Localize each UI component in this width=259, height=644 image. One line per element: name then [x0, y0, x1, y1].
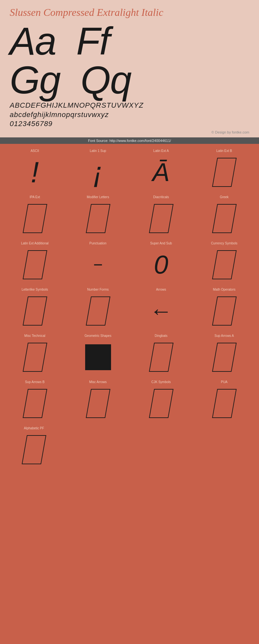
- label-misctech: Misc Technical: [4, 334, 66, 338]
- label-greek: Greek: [194, 195, 255, 199]
- grid-row-6: Sup Arrows B Misc Arrows CJK Symbols PUA: [3, 378, 256, 424]
- digits: 0123456789: [10, 119, 249, 129]
- shape-parallelogram: [23, 389, 47, 418]
- glyph-superandsub: 0: [130, 247, 192, 283]
- glyph-showcase-row1: Aa Ff Gg Qq a: [10, 22, 249, 99]
- label-mathops: Math Operators: [194, 288, 255, 291]
- grid-cell-suparrowsa: Sup Arrows A: [194, 332, 255, 378]
- label-miscarrows: Misc Arrows: [67, 380, 129, 384]
- glyph-dingbats: [130, 339, 192, 375]
- glyph-col-left: Aa Ff Gg Qq: [10, 22, 131, 99]
- label-cjksymbols: CJK Symbols: [130, 380, 192, 384]
- glyph-cjksymbols: [130, 386, 192, 421]
- glyph-latinextadd: [4, 247, 66, 283]
- grid-cell-greek: Greek: [194, 193, 255, 240]
- grid-cell-suparrowsb: Sup Arrows B: [4, 378, 66, 424]
- glyph-geoshapes: [67, 339, 129, 375]
- grid-cell-modletters: Modifier Letters: [67, 193, 129, 240]
- grid-cell-arrows: Arrows ←: [130, 286, 192, 332]
- glyph-diacriticals: [130, 201, 192, 236]
- glyph-gg: Gg Qq: [10, 60, 131, 99]
- glyph-alphabeticpf: [3, 432, 65, 467]
- grid-cell-punctuation: Punctuation −: [67, 240, 129, 286]
- grid-cell-misctech: Misc Technical: [4, 332, 66, 378]
- grid-cell-dingbats: Dingbats: [130, 332, 192, 378]
- glyph-left-arrow: ←: [150, 300, 173, 322]
- label-ipaext: IPA Ext: [4, 195, 66, 199]
- glyph-zero: 0: [154, 252, 168, 278]
- shape-parallelogram: [23, 250, 47, 279]
- shape-parallelogram: [86, 296, 110, 326]
- shape-parallelogram: [212, 389, 237, 418]
- grid-cell-diacriticals: Diacriticals: [130, 193, 192, 240]
- grid-cell-currency: Currency Symbols: [194, 240, 255, 286]
- label-arrows: Arrows: [130, 288, 192, 291]
- grid-cell-superandsub: Super And Sub 0: [130, 240, 192, 286]
- grid-cell-latinextb: Latin Ext B: [194, 147, 255, 193]
- grid-cell-letterlike: Letterlike Symbols: [4, 286, 66, 332]
- shape-parallelogram: [149, 389, 174, 418]
- header-section: Slussen Compressed Extralight Italic Aa …: [0, 0, 259, 137]
- label-letterlike: Letterlike Symbols: [4, 288, 66, 291]
- alphabet-lower: abcdefghijklmnopqrstuvwxyz: [10, 110, 249, 120]
- label-currency: Currency Symbols: [194, 242, 255, 245]
- glyph-latinextb: [194, 155, 255, 190]
- label-superandsub: Super And Sub: [130, 242, 192, 245]
- glyph-exclamation: !: [31, 158, 39, 187]
- alphabet-section: ABCDEFGHIJKLMNOPQRSTUVWXYZ abcdefghijklm…: [10, 101, 249, 129]
- shape-parallelogram: [86, 204, 110, 233]
- shape-parallelogram: [149, 343, 174, 372]
- label-latinextb: Latin Ext B: [194, 149, 255, 153]
- grid-row-5: Misc Technical Geometric Shapes Dingbats…: [3, 332, 256, 378]
- font-title: Slussen Compressed Extralight Italic: [10, 6, 249, 18]
- glyph-miscarrows: [67, 386, 129, 421]
- grid-row-1: ASCII ! Latin 1 Sup ¡ Latin Ext A Ā Lati…: [3, 147, 256, 193]
- label-latinextadd: Latin Ext Additional: [4, 242, 66, 245]
- glyph-pua: [194, 386, 255, 421]
- label-numberforms: Number Forms: [67, 288, 129, 291]
- source-bar: Font Source: http://www.fontke.com/font/…: [0, 137, 259, 144]
- label-latin1sup: Latin 1 Sup: [67, 149, 129, 153]
- shape-parallelogram: [212, 158, 237, 187]
- shape-parallelogram: [23, 343, 47, 372]
- shape-parallelogram: [212, 296, 237, 326]
- shape-parallelogram: [212, 250, 237, 279]
- glyph-arrows: ←: [130, 293, 192, 329]
- glyph-a-white: a: [214, 35, 243, 86]
- glyph-punctuation: −: [67, 247, 129, 283]
- glyph-inv-exclaim: ¡: [93, 158, 103, 187]
- grid-cell-ascii: ASCII !: [4, 147, 66, 193]
- grid-cell-latin1sup: Latin 1 Sup ¡: [67, 147, 129, 193]
- grid-cell-numberforms: Number Forms: [67, 286, 129, 332]
- label-suparrowsb: Sup Arrows B: [4, 380, 66, 384]
- label-punctuation: Punctuation: [67, 242, 129, 245]
- shape-parallelogram: [212, 343, 237, 372]
- grid-cell-geoshapes: Geometric Shapes: [67, 332, 129, 378]
- label-dingbats: Dingbats: [130, 334, 192, 338]
- grid-cell-alphabeticpf: Alphabetic PF: [3, 424, 65, 471]
- glyph-grid: ASCII ! Latin 1 Sup ¡ Latin Ext A Ā Lati…: [0, 144, 259, 474]
- grid-cell-miscarrows: Misc Arrows: [67, 378, 129, 424]
- glyph-ascii: !: [4, 155, 66, 190]
- glyph-filled-square: [85, 344, 111, 370]
- glyph-letterlike: [4, 293, 66, 329]
- grid-row-4: Letterlike Symbols Number Forms Arrows ←…: [3, 286, 256, 332]
- glyph-latin1sup: ¡: [67, 155, 129, 190]
- glyph-currency: [194, 247, 255, 283]
- glyph-suparrowsa: [194, 339, 255, 375]
- glyph-modletters: [67, 201, 129, 236]
- glyph-greek: [194, 201, 255, 236]
- label-ascii: ASCII: [4, 149, 66, 153]
- grid-row-2: IPA Ext Modifier Letters Diacriticals Gr…: [3, 193, 256, 240]
- label-pua: PUA: [194, 380, 255, 384]
- grid-row-3: Latin Ext Additional Punctuation − Super…: [3, 240, 256, 286]
- shape-parallelogram: [23, 204, 47, 233]
- shape-parallelogram: [23, 296, 47, 326]
- grid-cell-cjksymbols: CJK Symbols: [130, 378, 192, 424]
- glyph-a-macron: Ā: [152, 159, 170, 185]
- label-suparrowsa: Sup Arrows A: [194, 334, 255, 338]
- glyph-numberforms: [67, 293, 129, 329]
- glyph-misctech: [4, 339, 66, 375]
- label-diacriticals: Diacriticals: [130, 195, 192, 199]
- grid-cell-ipaext: IPA Ext: [4, 193, 66, 240]
